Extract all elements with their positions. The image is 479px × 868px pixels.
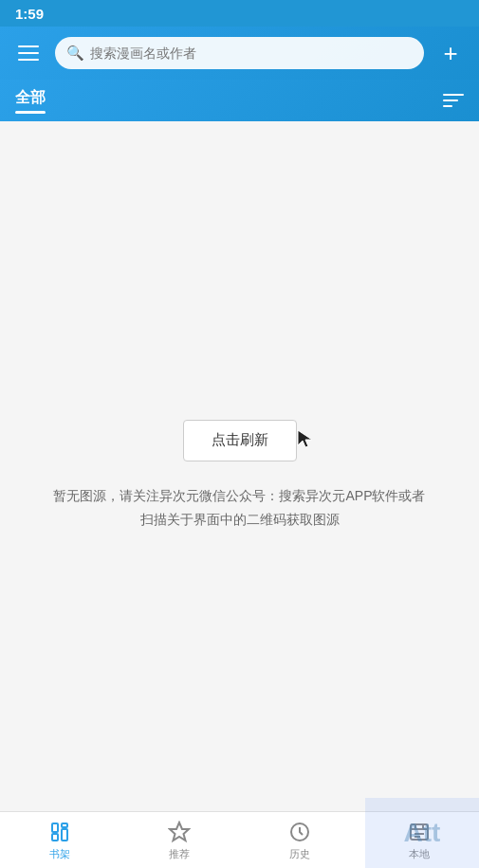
sort-line-1 — [443, 94, 464, 96]
shelf-icon — [47, 820, 72, 844]
svg-rect-0 — [52, 823, 58, 832]
nav-item-history[interactable]: 历史 — [240, 820, 359, 861]
svg-rect-3 — [62, 829, 67, 841]
nav-label-shelf: 书架 — [49, 847, 70, 861]
category-bar: 全部 — [0, 80, 479, 121]
refresh-button-label: 点击刷新 — [212, 431, 268, 449]
status-bar: 1:59 — [0, 0, 479, 27]
info-text: 暂无图源，请关注异次元微信公众号：搜索异次元APP软件或者扫描关于界面中的二维码… — [50, 484, 430, 532]
refresh-button[interactable]: 点击刷新 — [183, 420, 297, 461]
header: 🔍 + — [0, 27, 479, 80]
menu-button[interactable] — [11, 36, 46, 70]
bottom-nav: 书架 推荐 历史 — [0, 811, 479, 868]
sort-button[interactable] — [443, 94, 464, 107]
menu-line-2 — [18, 52, 39, 54]
menu-line-1 — [18, 45, 39, 47]
category-all[interactable]: 全部 — [15, 88, 46, 114]
search-box[interactable]: 🔍 — [55, 37, 424, 69]
sort-line-3 — [443, 105, 452, 107]
nav-label-history: 历史 — [289, 847, 310, 861]
svg-rect-1 — [52, 834, 58, 841]
cursor-arrow-icon — [296, 428, 313, 449]
add-button[interactable]: + — [433, 36, 468, 70]
category-all-label: 全部 — [15, 88, 46, 108]
local-icon — [407, 820, 432, 844]
svg-rect-2 — [62, 823, 67, 827]
search-icon: 🔍 — [66, 45, 84, 62]
nav-item-recommend[interactable]: 推荐 — [120, 820, 239, 861]
main-content: 点击刷新 暂无图源，请关注异次元微信公众号：搜索异次元APP软件或者扫描关于界面… — [0, 121, 479, 811]
nav-label-local: 本地 — [409, 847, 430, 861]
status-time: 1:59 — [15, 6, 44, 22]
category-underline — [15, 111, 46, 114]
recommend-icon — [167, 820, 192, 844]
menu-line-3 — [18, 59, 39, 61]
search-input[interactable] — [90, 45, 413, 61]
nav-item-shelf[interactable]: 书架 — [0, 820, 120, 861]
nav-item-local[interactable]: 本地 — [359, 820, 479, 861]
nav-label-recommend: 推荐 — [169, 847, 190, 861]
history-icon — [287, 820, 312, 844]
sort-line-2 — [443, 99, 458, 101]
